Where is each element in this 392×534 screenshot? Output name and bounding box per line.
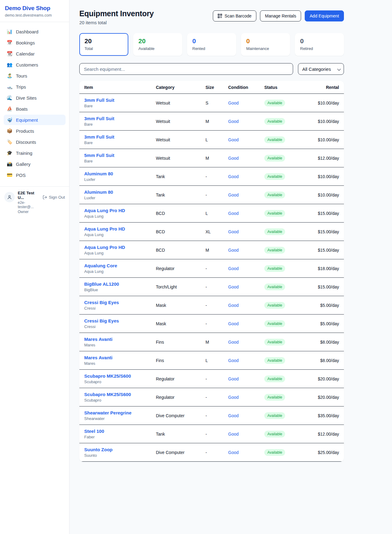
condition-cell: Good <box>228 149 264 167</box>
item-name-link[interactable]: 5mm Full Suit <box>84 153 156 158</box>
item-brand: Bare <box>84 159 156 163</box>
category-select[interactable]: All Categories <box>298 63 344 75</box>
search-input[interactable] <box>79 63 293 75</box>
status-badge: Available <box>264 228 285 235</box>
category-cell: Regulator <box>156 259 205 278</box>
sidebar-item[interactable]: 📅 Bookings <box>4 37 66 48</box>
sidebar-item[interactable]: 🛥️ Trips <box>4 82 66 92</box>
item-name-link[interactable]: 3mm Full Suit <box>84 134 156 139</box>
item-cell: Mares Avanti Mares <box>79 333 156 351</box>
item-name-link[interactable]: Steel 100 <box>84 429 156 434</box>
stat-card[interactable]: 20 Total <box>79 33 128 56</box>
condition-cell: Good <box>228 94 264 112</box>
stat-card[interactable]: 0 Rented <box>187 33 236 56</box>
scan-barcode-button[interactable]: Scan Barcode <box>213 10 256 21</box>
item-name-link[interactable]: 3mm Full Suit <box>84 97 156 103</box>
condition-cell: Good <box>228 131 264 149</box>
nav-item-label: Dive Sites <box>16 95 37 101</box>
size-cell: S <box>205 94 228 112</box>
condition-cell: Good <box>228 370 264 388</box>
item-name-link[interactable]: Cressi Big Eyes <box>84 318 156 323</box>
nav-item-icon: 📸 <box>7 161 12 167</box>
item-name-link[interactable]: Shearwater Peregrine <box>84 410 156 415</box>
category-cell: Fins <box>156 333 205 351</box>
condition-link[interactable]: Good <box>228 211 239 216</box>
item-name-link[interactable]: 3mm Full Suit <box>84 116 156 121</box>
item-brand: Luxfer <box>84 196 156 200</box>
item-cell: Steel 100 Faber <box>79 425 156 443</box>
status-badge: Available <box>264 339 285 345</box>
stat-card[interactable]: 20 Available <box>133 33 182 56</box>
condition-link[interactable]: Good <box>228 450 239 455</box>
add-equipment-button[interactable]: Add Equipment <box>305 10 344 21</box>
nav-item-icon: 📆 <box>7 51 12 56</box>
item-cell: Aqua Lung Pro HD Aqua Lung <box>79 241 156 259</box>
stat-card[interactable]: 0 Retired <box>295 33 344 56</box>
item-name-link[interactable]: Mares Avanti <box>84 355 156 360</box>
item-name-link[interactable]: Scubapro MK25/S600 <box>84 392 156 397</box>
status-cell: Available <box>264 112 310 131</box>
item-name-link[interactable]: Aqua Lung Pro HD <box>84 245 156 250</box>
item-brand: Mares <box>84 361 156 366</box>
item-name-link[interactable]: Aluminum 80 <box>84 171 156 176</box>
item-name-link[interactable]: BigBlue AL1200 <box>84 281 156 287</box>
sidebar-item[interactable]: 👥 Customers <box>4 59 66 70</box>
condition-link[interactable]: Good <box>228 432 239 437</box>
item-cell: Aluminum 80 Luxfer <box>79 186 156 204</box>
sidebar-item[interactable]: 💳 POS <box>4 170 66 180</box>
item-name-link[interactable]: Aluminum 80 <box>84 189 156 195</box>
item-name-link[interactable]: Scubapro MK25/S600 <box>84 373 156 379</box>
sign-out-button[interactable]: Sign Out <box>43 195 65 200</box>
condition-link[interactable]: Good <box>228 376 239 381</box>
item-name-link[interactable]: Mares Avanti <box>84 337 156 342</box>
item-name-link[interactable]: Aqualung Core <box>84 263 156 268</box>
sidebar-item[interactable]: 🤿 Equipment <box>4 115 66 125</box>
rental-cell: $10.00/day <box>310 112 344 131</box>
condition-link[interactable]: Good <box>228 101 239 105</box>
sidebar-item[interactable]: 📦 Products <box>4 126 66 136</box>
nav-item-label: Equipment <box>16 117 38 123</box>
manage-rentals-button[interactable]: Manage Rentals <box>260 10 301 21</box>
condition-link[interactable]: Good <box>228 303 239 308</box>
status-cell: Available <box>264 204 310 223</box>
status-badge: Available <box>264 449 285 456</box>
sidebar-item[interactable]: 🏷️ Discounts <box>4 137 66 147</box>
sidebar-item[interactable]: 🏝️ Tours <box>4 71 66 81</box>
condition-link[interactable]: Good <box>228 266 239 271</box>
status-cell: Available <box>264 388 310 406</box>
condition-link[interactable]: Good <box>228 340 239 345</box>
condition-link[interactable]: Good <box>228 156 239 161</box>
condition-cell: Good <box>228 351 264 370</box>
condition-link[interactable]: Good <box>228 248 239 253</box>
condition-link[interactable]: Good <box>228 413 239 418</box>
stat-card[interactable]: 0 Maintenance <box>241 33 290 56</box>
condition-link[interactable]: Good <box>228 119 239 124</box>
condition-link[interactable]: Good <box>228 137 239 142</box>
condition-cell: Good <box>228 167 264 186</box>
status-badge: Available <box>264 173 285 180</box>
nav-item-icon: 🎓 <box>7 150 12 156</box>
condition-link[interactable]: Good <box>228 229 239 234</box>
condition-link[interactable]: Good <box>228 284 239 289</box>
nav-item-icon: 🏷️ <box>7 139 12 145</box>
condition-link[interactable]: Good <box>228 395 239 400</box>
status-badge: Available <box>264 431 285 437</box>
sidebar-item[interactable]: 📆 Calendar <box>4 48 66 59</box>
stat-label: Rented <box>192 46 231 51</box>
condition-link[interactable]: Good <box>228 358 239 363</box>
rental-cell: $15.00/day <box>310 223 344 241</box>
condition-link[interactable]: Good <box>228 321 239 326</box>
item-name-link[interactable]: Suunto Zoop <box>84 447 156 452</box>
nav-item-icon: 📊 <box>7 29 12 34</box>
condition-link[interactable]: Good <box>228 174 239 179</box>
nav-item-label: Bookings <box>16 40 35 45</box>
sidebar-item[interactable]: 📸 Gallery <box>4 159 66 169</box>
sidebar-item[interactable]: ⛵ Boats <box>4 104 66 114</box>
item-name-link[interactable]: Aqua Lung Pro HD <box>84 226 156 231</box>
item-name-link[interactable]: Cressi Big Eyes <box>84 300 156 305</box>
sidebar-item[interactable]: 🎓 Training <box>4 148 66 158</box>
sidebar-item[interactable]: 📊 Dashboard <box>4 26 66 37</box>
sidebar-item[interactable]: 🌊 Dive Sites <box>4 93 66 103</box>
item-name-link[interactable]: Aqua Lung Pro HD <box>84 208 156 213</box>
condition-link[interactable]: Good <box>228 193 239 197</box>
